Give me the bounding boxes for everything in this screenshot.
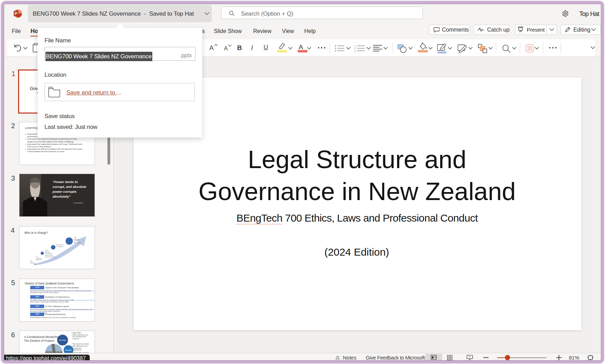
svg-text:P: P	[15, 11, 17, 16]
svg-text:Sovereign: Sovereign	[59, 339, 66, 341]
svg-text:Iwi: Iwi	[36, 256, 38, 257]
svg-text:Aotearoa New: Aotearoa New	[45, 255, 53, 256]
svg-text:Aotearoa/NZ: Aotearoa/NZ	[74, 242, 81, 243]
svg-text:city, regional: city, regional	[56, 246, 63, 247]
svg-text:King: King	[74, 237, 76, 239]
svg-text:3: 3	[354, 50, 356, 52]
svg-text:Local: Local	[45, 250, 48, 251]
svg-text:Governing: Governing	[36, 258, 42, 259]
svg-text:Municipal e.g.: Municipal e.g.	[56, 244, 64, 246]
svg-text:New: New	[30, 260, 32, 262]
svg-text:Zealand / NZ Govt: Zealand / NZ Govt	[45, 256, 55, 258]
svg-text:1: 1	[354, 45, 356, 47]
svg-text:2: 2	[354, 47, 356, 50]
svg-text:bodies e.g.: bodies e.g.	[36, 259, 42, 260]
svg-text:Monarchy: Monarchy	[74, 239, 79, 240]
svg-text:Authority: Authority	[45, 251, 50, 253]
svg-text:of NZ: of NZ	[74, 240, 77, 242]
svg-text:Zealand: Zealand	[30, 262, 34, 264]
svg-text:e.g. Councils: e.g. Councils	[45, 253, 52, 254]
svg-text:Executive: Executive	[65, 349, 72, 351]
